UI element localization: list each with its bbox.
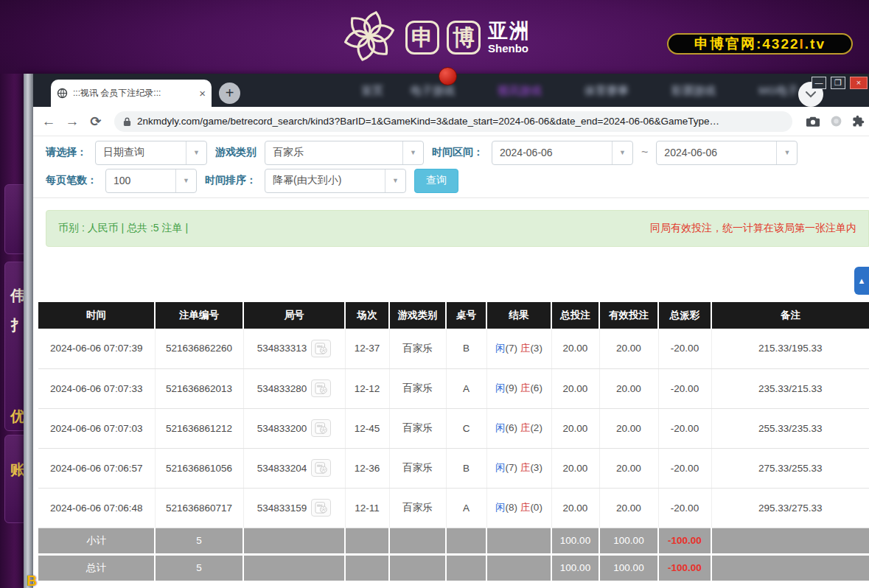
game-category-select[interactable]: 百家乐 ▼ xyxy=(265,141,424,165)
cell-game-category: 百家乐 xyxy=(389,408,446,448)
summary-empty xyxy=(446,554,486,581)
round-number: 534833159 xyxy=(257,503,307,514)
cell-total-bet-link[interactable]: 20.00 xyxy=(551,448,599,488)
cell-table-number: A xyxy=(446,488,486,528)
search-button[interactable]: 查询 xyxy=(414,169,458,193)
cell-round-number: 534833313 xyxy=(243,329,345,368)
video-replay-button[interactable] xyxy=(311,419,331,437)
date-start-select[interactable]: 2024-06-06 ▼ xyxy=(492,141,633,165)
column-header: 结果 xyxy=(486,302,551,329)
column-header: 游戏类别 xyxy=(389,302,446,329)
video-replay-button[interactable] xyxy=(311,340,331,357)
video-icon xyxy=(315,382,328,394)
summary-empty xyxy=(243,554,345,581)
cell-total-bet-link[interactable]: 20.00 xyxy=(551,368,599,408)
cell-bet-number: 521636861056 xyxy=(155,448,243,488)
official-l: l xyxy=(800,36,805,52)
column-header: 桌号 xyxy=(446,302,486,329)
url-bar[interactable]: 2nkmdyly.com/game/betrecord_search/kind3… xyxy=(114,111,792,132)
window-minimize-button[interactable]: — xyxy=(812,77,826,89)
notification-badge-icon xyxy=(439,67,457,85)
page-size-label: 每页笔数： xyxy=(46,174,97,187)
window-close-button[interactable]: × xyxy=(850,77,868,89)
cell-result: 闲(9) 庄(6) xyxy=(486,368,551,408)
summary-empty xyxy=(486,528,551,554)
column-header: 局号 xyxy=(243,302,345,329)
summary-empty xyxy=(345,554,389,581)
caret-down-icon: ▼ xyxy=(612,141,632,164)
table-row: 2024-06-06 07:07:03521636861212534833200… xyxy=(38,408,869,448)
result-banker-value: (3) xyxy=(530,462,542,473)
round-number: 534833313 xyxy=(257,343,307,354)
page-size-value: 100 xyxy=(106,175,175,186)
summary-empty xyxy=(486,554,551,581)
cell-game-category: 百家乐 xyxy=(389,488,446,528)
cell-remark: 235.33/215.33 xyxy=(711,368,869,408)
official-site-badge[interactable]: 申博官网: 4322 l .tv xyxy=(667,33,853,55)
bg-menu-fragment: 扌 xyxy=(10,315,25,335)
sort-order-value: 降幂(由大到小) xyxy=(265,174,385,187)
bg-nav-item: 视讯游戏 xyxy=(498,84,542,98)
extensions-puzzle-icon[interactable] xyxy=(852,115,865,127)
reload-button[interactable]: ⟳ xyxy=(88,115,104,128)
sort-order-select[interactable]: 降幂(由大到小) ▼ xyxy=(265,169,406,193)
video-icon xyxy=(315,343,328,354)
notice-bar: 币别 : 人民币 | 总共 :5 注单 | 同局有效投注，统一计算在该局第一张注… xyxy=(46,210,869,247)
window-maximize-button[interactable]: ❐ xyxy=(831,77,845,89)
summary-count: 5 xyxy=(155,528,243,554)
cell-valid-bet: 20.00 xyxy=(599,488,658,528)
camera-capture-icon[interactable] xyxy=(806,115,820,127)
summary-empty xyxy=(389,528,446,554)
summary-total-bet: 100.00 xyxy=(551,528,599,554)
official-number: 4322 xyxy=(762,36,799,52)
cell-total-bet-link[interactable]: 20.00 xyxy=(551,329,599,368)
extension-dim-icon[interactable] xyxy=(830,115,842,127)
cell-payout: -20.00 xyxy=(658,488,711,528)
result-player-value: (9) xyxy=(506,382,518,393)
result-banker: 庄 xyxy=(520,502,531,513)
cell-round-number: 534833204 xyxy=(243,448,345,488)
back-button[interactable]: ← xyxy=(41,114,57,128)
forward-button[interactable]: → xyxy=(64,114,80,128)
date-end-select[interactable]: 2024-06-06 ▼ xyxy=(656,141,798,165)
round-number: 534833280 xyxy=(257,383,307,394)
page-size-select[interactable]: 100 ▼ xyxy=(105,169,197,193)
browser-tab[interactable]: :::视讯 会员下注纪录::: × xyxy=(51,80,212,107)
browser-toolbar: ← → ⟳ 2nkmdyly.com/game/betrecord_search… xyxy=(33,107,869,136)
result-banker: 庄 xyxy=(520,422,531,433)
subtotal-row: 小计5100.00100.00-100.00 xyxy=(38,528,869,554)
bg-menu-fragment: 伟 xyxy=(10,286,25,306)
result-player-value: (7) xyxy=(506,343,518,354)
cell-result: 闲(7) 庄(3) xyxy=(486,448,551,488)
cell-session: 12-11 xyxy=(345,488,389,528)
cell-game-category: 百家乐 xyxy=(389,329,446,368)
notice-warning-text: 同局有效投注，统一计算在该局第一张注单内 xyxy=(650,222,856,235)
tab-close-icon[interactable]: × xyxy=(199,88,206,99)
bg-left-menu-strip: 伟 扌 优 账 xyxy=(0,74,24,588)
bg-nav-item: 首页 xyxy=(361,84,383,98)
cell-payout: -20.00 xyxy=(658,368,711,408)
query-type-select[interactable]: 日期查询 ▼ xyxy=(95,141,207,165)
table-row: 2024-06-06 07:07:39521636862260534833313… xyxy=(38,329,869,368)
result-player: 闲 xyxy=(495,462,506,473)
summary-label: 总计 xyxy=(38,554,155,581)
cell-time: 2024-06-06 07:06:57 xyxy=(38,448,155,488)
cell-total-bet-link[interactable]: 20.00 xyxy=(551,408,599,448)
video-replay-button[interactable] xyxy=(311,459,331,477)
cell-bet-number: 521636862013 xyxy=(155,368,243,408)
summary-valid-bet: 100.00 xyxy=(599,554,658,581)
scroll-top-button[interactable]: ▲ xyxy=(854,267,869,295)
bg-menu-fragment: 账 xyxy=(10,460,25,480)
flower-icon xyxy=(341,6,398,69)
cell-total-bet-link[interactable]: 20.00 xyxy=(551,488,599,528)
new-tab-button[interactable]: + xyxy=(219,83,240,104)
brand-logo: 申 博 亚洲 Shenbo xyxy=(341,6,531,69)
sort-order-label: 时间排序： xyxy=(205,174,256,187)
query-type-label: 请选择： xyxy=(46,146,87,159)
cell-valid-bet: 20.00 xyxy=(599,448,658,488)
cell-result: 闲(6) 庄(2) xyxy=(486,408,551,448)
cell-valid-bet: 20.00 xyxy=(599,408,658,448)
video-replay-button[interactable] xyxy=(311,379,331,397)
video-replay-button[interactable] xyxy=(311,499,331,517)
cell-session: 12-45 xyxy=(345,408,389,448)
